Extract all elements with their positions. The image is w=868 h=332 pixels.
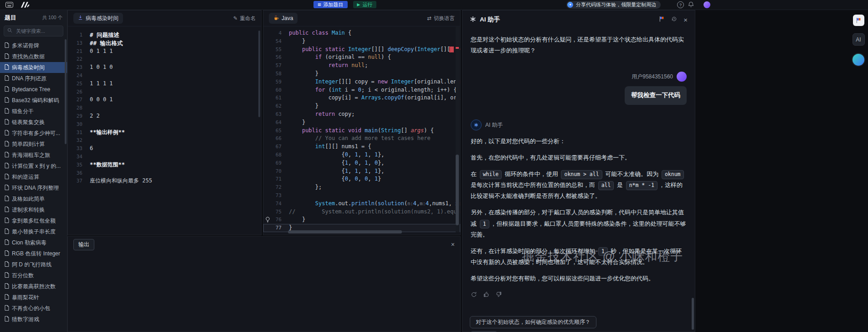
user-message-bubble: 帮我检查一下代码 <box>625 86 687 105</box>
code-line[interactable]: 71 {0, 0, 0, 1} <box>263 175 460 183</box>
code-line[interactable]: 75// System.out.println(solution(nums2, … <box>263 208 460 216</box>
code-line[interactable]: 55 public static Integer[][] deepCopy(In… <box>263 46 460 54</box>
flag-icon[interactable] <box>659 16 665 23</box>
code-line[interactable]: 68 {0, 1, 1, 1}, <box>263 151 460 159</box>
help-icon[interactable]: ? <box>677 1 684 8</box>
sidebar-item[interactable]: 猫鱼分干 <box>0 106 67 117</box>
search-input[interactable] <box>15 28 62 34</box>
sidebar-item[interactable]: 不再贪心的小包 <box>0 303 67 314</box>
code-line[interactable]: 67 int[][] nums1 = { <box>263 143 460 151</box>
code-line[interactable]: 62 } <box>263 102 460 110</box>
line-number: 59 <box>263 78 289 86</box>
ai-scrollbar-thumb[interactable] <box>692 298 694 330</box>
sidebar-item[interactable]: Bytedance Tree <box>0 84 67 95</box>
sidebar-item[interactable]: 查找热点数据 <box>0 51 67 62</box>
floating-ai-badge[interactable]: AI <box>853 33 865 46</box>
sidebar-item[interactable]: 链表聚集交换 <box>0 117 67 128</box>
sidebar-item[interactable]: 计算位置 x 到 y 的... <box>0 161 67 171</box>
editor-horizontal-scrollbar[interactable] <box>288 230 454 233</box>
ai-close-icon[interactable]: × <box>683 16 688 24</box>
language-tab[interactable]: Java <box>269 13 298 24</box>
sidebar-item[interactable]: RGB 色值转 Integer <box>0 248 67 259</box>
problem-scrollbar-thumb[interactable] <box>258 31 260 117</box>
sidebar-item[interactable]: 比赛最高获胜次数 <box>0 281 67 292</box>
sidebar-item-label: 查找热点数据 <box>12 53 45 61</box>
sidebar-item[interactable]: 拿到最多红包全额 <box>0 215 67 226</box>
code-editor[interactable]: 4public class Main {54 }55 public static… <box>263 26 460 233</box>
swap-icon: ⇄ <box>427 15 431 21</box>
run-button[interactable]: ▶ 运行 <box>353 1 377 8</box>
code-line[interactable]: 61 copy[i] = Arrays.copyOf(original[i], … <box>263 94 460 102</box>
document-icon <box>5 97 9 104</box>
sidebar-item[interactable]: 简单四则计算 <box>0 139 67 150</box>
sidebar-item[interactable]: 阿 D 的飞行路线 <box>0 259 67 270</box>
code-line[interactable]: 59 Integer[][] copy = new Integer[origin… <box>263 78 460 86</box>
problem-tab[interactable]: 病毒感染时间 <box>73 13 123 24</box>
sidebar-scrollbar-thumb[interactable] <box>65 39 67 144</box>
code-text: // System.out.println(solution(nums2, 1)… <box>289 208 460 216</box>
sidebar-item[interactable]: 字符串有多少种可... <box>0 128 67 139</box>
sidebar-item-label: 和的逆运算 <box>12 173 39 181</box>
code-line[interactable]: 65 public static void main(String[] args… <box>263 127 460 135</box>
editor-horizontal-scrollbar-thumb[interactable] <box>288 230 402 233</box>
code-line[interactable]: 60 for (int i = 0; i < original.length; … <box>263 86 460 94</box>
regenerate-icon[interactable] <box>471 291 477 298</box>
document-icon <box>5 316 9 323</box>
sidebar-item[interactable]: 环状 DNA 序列整理 <box>0 182 67 193</box>
code-line[interactable]: 4public class Main { <box>263 29 460 37</box>
sidebar-item[interactable]: 多米诺骨牌 <box>0 40 67 51</box>
sidebar-item[interactable]: 和的逆运算 <box>0 171 67 182</box>
line-number: 69 <box>263 159 289 167</box>
line-number: 73 <box>263 192 289 200</box>
code-line[interactable]: 58 } <box>263 70 460 78</box>
sidebar-item-label: Bytedance Tree <box>12 86 50 93</box>
output-tab[interactable]: 输出 <box>73 239 94 250</box>
error-marker <box>449 47 454 52</box>
sidebar-item[interactable]: 百分位数 <box>0 270 67 281</box>
code-line[interactable]: 63 return copy; <box>263 110 460 119</box>
floating-avatar-badge[interactable] <box>852 53 865 67</box>
code-line[interactable]: 66 // You can add more test cases here <box>263 135 460 143</box>
share-campaign-button[interactable]: ✦ 分享代码练习体验，领限量定制周边 <box>566 1 661 9</box>
sidebar-item[interactable]: Base32 编码和解码 <box>0 95 67 106</box>
code-text: System.out.println(solution(n:4,m:4,nums… <box>289 200 460 208</box>
code-line[interactable]: 74 System.out.println(solution(n:4,m:4,n… <box>263 200 460 208</box>
sidebar-item[interactable]: 猜数字游戏 <box>0 314 67 325</box>
thumbs-down-icon[interactable] <box>496 291 502 298</box>
code-line[interactable]: 72 }; <box>263 183 460 192</box>
sidebar-item[interactable]: Cion 勒索病毒 <box>0 237 67 248</box>
suggested-question-chip[interactable]: 对于这个初始状态，如何确定感染的优先顺序？ <box>470 316 596 328</box>
sidebar-item[interactable]: 暴雨梨花针 <box>0 292 67 303</box>
line-number: 64 <box>263 119 289 127</box>
editor-vertical-scrollbar[interactable] <box>456 27 460 232</box>
user-avatar[interactable] <box>704 1 710 8</box>
switch-language-button[interactable]: ⇄ 切换语言 <box>427 15 455 22</box>
sidebar-item[interactable]: 及格如此简单 <box>0 193 67 204</box>
code-line[interactable]: 73 <box>263 192 460 200</box>
notification-bell-icon[interactable] <box>688 1 694 9</box>
code-line[interactable]: 54 } <box>263 37 460 46</box>
code-line[interactable]: 76 } <box>263 216 460 224</box>
sidebar-item[interactable]: 病毒感染时间 <box>0 62 67 73</box>
description-line: 336 <box>68 145 261 153</box>
code-line[interactable]: 69 {1, 0, 1, 0}, <box>263 159 460 167</box>
sidebar-item[interactable]: 最小替换子串长度 <box>0 226 67 237</box>
sidebar-item[interactable]: DNA 序列还原 <box>0 73 67 84</box>
thumbs-up-icon[interactable] <box>483 291 489 298</box>
history-icon[interactable] <box>671 16 677 23</box>
add-problem-button[interactable]: ⊞ 添加题目 <box>313 1 348 8</box>
search-box[interactable] <box>4 26 63 36</box>
editor-vertical-scrollbar-thumb[interactable] <box>456 155 459 225</box>
code-line[interactable]: 57 return null; <box>263 62 460 70</box>
document-icon <box>5 42 9 49</box>
output-close-icon[interactable]: × <box>451 241 455 248</box>
code-line[interactable]: 56 if (original == null) { <box>263 53 460 62</box>
floating-flag-badge[interactable] <box>853 15 864 26</box>
sidebar-item[interactable]: 青海湖租车之旅 <box>0 150 67 161</box>
sidebar-item[interactable]: 进制求和转换 <box>0 204 67 215</box>
ai-assistant-label: AI 助手 <box>485 120 503 130</box>
code-line[interactable]: 70 {1, 1, 1, 1}, <box>263 167 460 176</box>
code-line[interactable]: 64 } <box>263 119 460 127</box>
rename-button[interactable]: ✎ 重命名 <box>233 15 256 22</box>
line-number: 58 <box>263 70 289 78</box>
